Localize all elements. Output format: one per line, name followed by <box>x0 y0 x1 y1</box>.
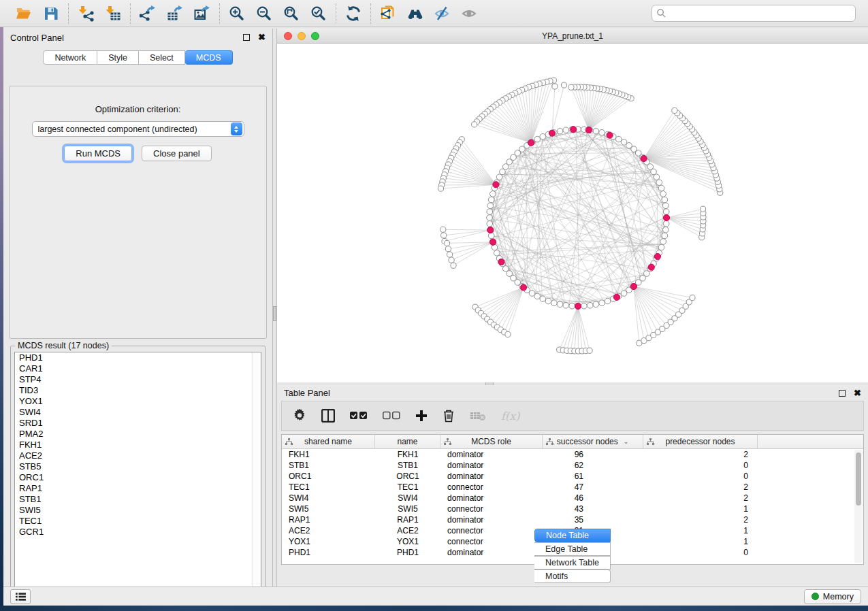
close-panel-icon[interactable]: ✖ <box>258 34 266 41</box>
graph-node[interactable] <box>662 227 669 233</box>
table-row[interactable]: RAP1RAP1dominator352 <box>282 514 863 525</box>
graph-node[interactable] <box>658 244 664 250</box>
float-panel-icon[interactable] <box>243 34 250 41</box>
mcds-result-item[interactable]: TEC1 <box>15 516 261 527</box>
table-row[interactable]: SWI4SWI4dominator462 <box>282 493 863 503</box>
graph-node[interactable] <box>472 122 477 127</box>
import-network-icon[interactable] <box>77 5 95 22</box>
table-row[interactable]: ORC1ORC1dominator610 <box>282 471 863 482</box>
vertical-splitter[interactable] <box>272 29 277 587</box>
deselect-all-icon[interactable] <box>383 407 400 425</box>
network-canvas[interactable] <box>277 44 868 382</box>
zoom-selected-icon[interactable] <box>310 5 327 22</box>
mcds-result-item[interactable]: PHD1 <box>15 352 261 363</box>
refresh-icon[interactable] <box>344 5 362 22</box>
tab-network-table[interactable]: Network Table <box>534 556 611 569</box>
graph-node[interactable] <box>587 348 592 353</box>
close-panel-icon[interactable]: ✖ <box>854 390 861 397</box>
graph-node[interactable] <box>563 302 569 308</box>
mcds-result-item[interactable]: ACE2 <box>15 450 261 461</box>
mcds-node[interactable] <box>575 303 581 309</box>
graph-node[interactable] <box>662 197 668 203</box>
graph-node[interactable] <box>616 136 622 142</box>
graph-node[interactable] <box>656 180 662 186</box>
splitter-grip[interactable] <box>273 306 276 321</box>
graph-node[interactable] <box>561 82 566 88</box>
graph-node[interactable] <box>488 197 494 203</box>
graph-node[interactable] <box>445 240 450 246</box>
delete-column-icon[interactable] <box>443 407 455 425</box>
graph-node[interactable] <box>451 263 456 268</box>
graph-node[interactable] <box>599 300 605 306</box>
graph-node[interactable] <box>660 239 666 245</box>
tab-network[interactable]: Network <box>43 50 97 65</box>
graph-node[interactable] <box>529 291 535 297</box>
graph-node[interactable] <box>569 303 575 309</box>
graph-node[interactable] <box>500 169 506 175</box>
binoculars-icon[interactable] <box>406 5 424 22</box>
graph-node[interactable] <box>445 246 451 252</box>
graph-node[interactable] <box>496 174 502 180</box>
mcds-result-item[interactable]: ORC1 <box>15 472 261 483</box>
graph-node[interactable] <box>593 301 599 308</box>
minimize-window-icon[interactable] <box>298 32 306 40</box>
zoom-out-icon[interactable] <box>255 5 273 22</box>
graph-node[interactable] <box>545 298 551 304</box>
graph-node[interactable] <box>663 209 669 215</box>
mcds-node[interactable] <box>487 227 494 233</box>
mcds-node[interactable] <box>493 182 499 188</box>
graph-node[interactable] <box>449 257 454 263</box>
mcds-result-item[interactable]: SRD1 <box>15 418 261 429</box>
graph-node[interactable] <box>557 128 563 134</box>
column-header-predecessor-nodes[interactable]: predecessor nodes <box>643 435 758 448</box>
mcds-result-item[interactable]: CAR1 <box>15 363 261 374</box>
column-header-MCDS-role[interactable]: MCDS role <box>440 435 543 448</box>
graph-node[interactable] <box>534 293 541 299</box>
tab-select[interactable]: Select <box>139 50 185 65</box>
graph-node[interactable] <box>563 127 569 133</box>
mcds-node[interactable] <box>498 259 504 265</box>
graph-node[interactable] <box>593 128 599 134</box>
mcds-node[interactable] <box>528 139 534 146</box>
column-header-successor-nodes[interactable]: successor nodes⌄ <box>543 435 643 448</box>
import-table-icon[interactable] <box>104 5 122 22</box>
mcds-node[interactable] <box>641 155 647 161</box>
graph-node[interactable] <box>540 296 546 302</box>
mcds-result-item[interactable]: YOX1 <box>15 396 261 407</box>
zoom-fit-icon[interactable] <box>283 5 300 22</box>
task-history-button[interactable] <box>10 589 31 604</box>
graph-node[interactable] <box>662 233 668 239</box>
column-header-name[interactable]: name <box>375 435 440 448</box>
add-column-icon[interactable] <box>415 407 428 425</box>
mcds-result-item[interactable]: STP4 <box>15 374 261 385</box>
graph-node[interactable] <box>663 221 669 227</box>
graph-node[interactable] <box>660 191 666 197</box>
export-network-icon[interactable] <box>139 5 157 22</box>
mcds-node[interactable] <box>570 127 577 133</box>
hide-eye-icon[interactable] <box>434 5 451 22</box>
mcds-result-item[interactable]: FKH1 <box>15 440 261 450</box>
graph-node[interactable] <box>447 252 452 257</box>
search-input[interactable] <box>666 9 851 18</box>
mcds-result-item[interactable]: PMA2 <box>15 429 261 440</box>
table-row[interactable]: SWI5SWI5connector431 <box>282 503 863 514</box>
mcds-result-item[interactable]: STB1 <box>15 494 261 505</box>
mcds-result-list[interactable]: PHD1CAR1STP4TID3YOX1SWI4SRD1PMA2FKH1ACE2… <box>14 352 261 595</box>
run-mcds-button[interactable]: Run MCDS <box>64 146 132 161</box>
mcds-node[interactable] <box>489 239 496 245</box>
column-header-shared-name[interactable]: shared name <box>282 435 375 448</box>
graph-node[interactable] <box>487 203 494 209</box>
graph-node[interactable] <box>540 133 546 139</box>
scrollbar-thumb[interactable] <box>856 452 861 506</box>
graph-node[interactable] <box>440 227 446 232</box>
table-row[interactable]: FKH1FKH1dominator962 <box>282 449 863 460</box>
save-icon[interactable] <box>42 5 60 22</box>
share-document-icon[interactable] <box>379 5 397 22</box>
settings-gear-icon[interactable] <box>293 407 306 425</box>
mcds-node[interactable] <box>654 253 660 259</box>
memory-button[interactable]: Memory <box>804 589 861 604</box>
graph-node[interactable] <box>587 302 593 308</box>
graph-node[interactable] <box>581 303 588 309</box>
export-image-icon[interactable] <box>193 5 211 22</box>
graph-node[interactable] <box>488 233 494 239</box>
